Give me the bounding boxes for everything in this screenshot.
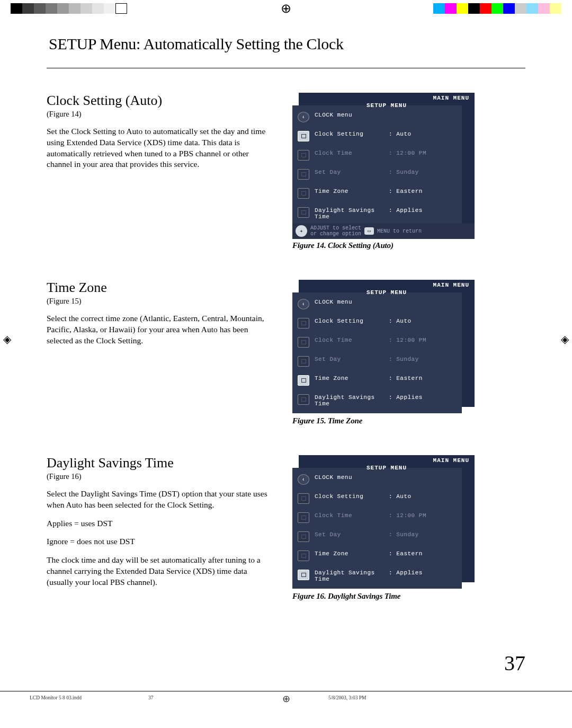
osd-row-back: ‹CLOCK menu (298, 474, 454, 486)
back-arrow-icon: ‹ (298, 474, 309, 485)
adjust-icon: ✦ (296, 225, 307, 237)
osd-row-set-day: Set Day: Sunday (298, 169, 454, 181)
osd-row-clock-time: Clock Time: 12:00 PM (298, 150, 454, 162)
menu-item-icon (298, 131, 309, 141)
menu-item-icon (298, 337, 309, 348)
section-time-zone: Time Zone (Figure 15) Select the correct… (47, 280, 525, 425)
menu-item-icon (298, 375, 309, 386)
page-number: 37 (504, 651, 525, 676)
crop-rule (0, 691, 572, 691)
osd-setup-menu-label: SETUP MENU (367, 102, 407, 109)
caption-figure-15: Figure 15. Time Zone (292, 416, 481, 425)
osd-row-clock-setting: Clock Setting: Auto (298, 131, 454, 143)
menu-item-icon (298, 531, 309, 542)
figref-clock-setting: (Figure 14) (47, 110, 274, 119)
page-title: SETUP Menu: Automatically Setting the Cl… (49, 35, 525, 53)
menu-item-icon (298, 207, 309, 218)
osd-row-set-day: Set Day: Sunday (298, 356, 454, 368)
osd-row-dst: Daylight Savings Time: Applies (298, 394, 454, 407)
osd-row-time-zone: Time Zone: Eastern (298, 375, 454, 387)
footer-filename: LCD Monitor 5 8 03.indd (30, 695, 82, 700)
reg-mark-top-icon: ⊕ (281, 2, 291, 15)
osd-row-dst: Daylight Savings Time: Applies (298, 570, 454, 582)
back-arrow-icon: ‹ (298, 112, 309, 122)
body-dst-3: Ignore = does not use DST (47, 536, 274, 547)
menu-item-icon (298, 512, 309, 523)
osd-row-clock-time: Clock Time: 12:00 PM (298, 512, 454, 524)
menu-item-icon (298, 570, 309, 580)
menu-item-icon (298, 356, 309, 367)
footer-page: 37 (148, 695, 154, 700)
figure-15-osd: MAIN MENU SETUP MENU ‹CLOCK menu Clock S… (292, 280, 475, 401)
body-dst-1: Select the Daylight Savings Time (DST) o… (47, 489, 274, 511)
footer-date: 5/8/2003, 3:03 PM (328, 695, 367, 700)
osd-row-clock-time: Clock Time: 12:00 PM (298, 337, 454, 349)
menu-item-icon (298, 394, 309, 405)
reg-mark-bottom-icon: ⊕ (282, 693, 290, 705)
osd-row-time-zone: Time Zone: Eastern (298, 188, 454, 200)
color-bar-right (433, 3, 561, 14)
figure-14-osd: MAIN MENU SETUP MENU ‹CLOCK menu Clock S… (292, 93, 475, 239)
figref-dst: (Figure 16) (47, 472, 274, 481)
heading-clock-setting: Clock Setting (Auto) (47, 93, 274, 109)
reg-mark-left-icon: ◈ (3, 333, 11, 345)
menu-button-icon: ▭ (364, 227, 374, 235)
title-rule (47, 68, 525, 68)
osd-row-set-day: Set Day: Sunday (298, 531, 454, 543)
osd-row-clock-setting: Clock Setting: Auto (298, 493, 454, 505)
body-dst-2: Applies = uses DST (47, 518, 274, 529)
figure-16-osd: MAIN MENU SETUP MENU ‹CLOCK menu Clock S… (292, 455, 475, 576)
caption-figure-16: Figure 16. Daylight Savings Time (292, 592, 481, 601)
reg-mark-right-icon: ◈ (561, 333, 569, 345)
osd-setup-menu-label: SETUP MENU (367, 289, 407, 296)
menu-item-icon (298, 169, 309, 180)
menu-item-icon (298, 318, 309, 329)
body-dst-4: The clock time and day will be set autom… (47, 555, 274, 588)
menu-item-icon (298, 188, 309, 199)
osd-footer: ✦ ADJUST to selector change option ▭ MEN… (292, 223, 475, 239)
menu-item-icon (298, 150, 309, 161)
osd-main-menu-label: MAIN MENU (433, 95, 469, 101)
osd-main-menu-label: MAIN MENU (433, 457, 469, 464)
osd-row-time-zone: Time Zone: Eastern (298, 551, 454, 562)
section-clock-setting: Clock Setting (Auto) (Figure 14) Set the… (47, 93, 525, 250)
osd-row-dst: Daylight Savings Time: Applies (298, 207, 454, 220)
heading-dst: Daylight Savings Time (47, 455, 274, 471)
osd-setup-menu-label: SETUP MENU (367, 465, 407, 471)
registration-top: ⊕ (0, 2, 572, 15)
caption-figure-14: Figure 14. Clock Setting (Auto) (292, 241, 481, 250)
back-arrow-icon: ‹ (298, 299, 309, 309)
osd-row-back: ‹CLOCK menu (298, 299, 454, 310)
osd-row-back: ‹CLOCK menu (298, 112, 454, 123)
body-clock-setting: Set the Clock Setting to Auto to automat… (47, 126, 274, 170)
osd-row-clock-setting: Clock Setting: Auto (298, 318, 454, 330)
figref-time-zone: (Figure 15) (47, 297, 274, 306)
heading-time-zone: Time Zone (47, 280, 274, 296)
color-bar-left (11, 3, 127, 14)
menu-item-icon (298, 551, 309, 561)
section-dst: Daylight Savings Time (Figure 16) Select… (47, 455, 525, 601)
body-time-zone: Select the correct time zone (Atlantic, … (47, 313, 274, 346)
menu-item-icon (298, 493, 309, 504)
osd-main-menu-label: MAIN MENU (433, 282, 469, 288)
